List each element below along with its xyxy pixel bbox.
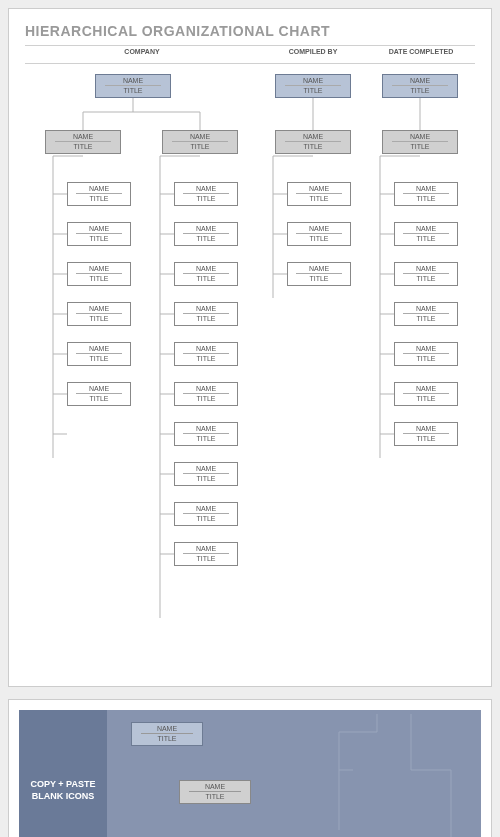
node-name: NAME xyxy=(296,265,342,274)
leaf-node: NAMETITLE xyxy=(394,422,458,446)
node-name: NAME xyxy=(183,505,229,514)
node-name: NAME xyxy=(392,133,448,142)
node-title: TITLE xyxy=(76,315,122,322)
leaf-node: NAMETITLE xyxy=(174,502,238,526)
node-title: TITLE xyxy=(183,395,229,402)
node-title: TITLE xyxy=(403,315,449,322)
leaf-node: NAMETITLE xyxy=(174,382,238,406)
node-name: NAME xyxy=(403,265,449,274)
node-title: TITLE xyxy=(296,195,342,202)
node-name: NAME xyxy=(141,725,194,734)
top-node-d: NAME TITLE xyxy=(382,74,458,98)
node-title: TITLE xyxy=(403,435,449,442)
node-title: TITLE xyxy=(296,275,342,282)
leaf-node: NAMETITLE xyxy=(174,422,238,446)
leaf-node: NAMETITLE xyxy=(174,542,238,566)
node-title: TITLE xyxy=(105,87,161,94)
decorative-connectors xyxy=(331,710,481,837)
node-title: TITLE xyxy=(141,735,194,742)
node-title: TITLE xyxy=(403,235,449,242)
node-name: NAME xyxy=(76,305,122,314)
header-date-completed: DATE COMPLETED xyxy=(367,48,475,55)
leaf-node: NAMETITLE xyxy=(174,182,238,206)
node-title: TITLE xyxy=(55,143,111,150)
node-title: TITLE xyxy=(183,235,229,242)
node-name: NAME xyxy=(76,265,122,274)
node-name: NAME xyxy=(392,77,448,86)
node-title: TITLE xyxy=(76,195,122,202)
node-name: NAME xyxy=(403,305,449,314)
node-title: TITLE xyxy=(285,87,341,94)
node-name: NAME xyxy=(172,133,228,142)
leaf-node: NAMETITLE xyxy=(394,382,458,406)
node-title: TITLE xyxy=(189,793,242,800)
header-company: COMPANY xyxy=(25,48,259,55)
node-name: NAME xyxy=(285,133,341,142)
template-shape-grey: NAME TITLE xyxy=(179,780,251,804)
node-title: TITLE xyxy=(403,195,449,202)
node-name: NAME xyxy=(403,345,449,354)
page-title: HIERARCHICAL ORGANIZATIONAL CHART xyxy=(25,23,475,39)
divider xyxy=(25,63,475,64)
leaf-node: NAMETITLE xyxy=(394,182,458,206)
leaf-node: NAMETITLE xyxy=(174,462,238,486)
leaf-node: NAMETITLE xyxy=(67,342,131,366)
node-name: NAME xyxy=(183,385,229,394)
node-name: NAME xyxy=(296,185,342,194)
top-node-c: NAME TITLE xyxy=(275,74,351,98)
node-title: TITLE xyxy=(392,87,448,94)
header-compiled-by: COMPILED BY xyxy=(259,48,367,55)
node-title: TITLE xyxy=(403,395,449,402)
mid-node-a: NAME TITLE xyxy=(45,130,121,154)
node-name: NAME xyxy=(183,305,229,314)
header-row: COMPANY COMPILED BY DATE COMPLETED xyxy=(25,48,475,55)
leaf-node: NAMETITLE xyxy=(67,382,131,406)
leaf-node: NAMETITLE xyxy=(394,262,458,286)
node-title: TITLE xyxy=(183,435,229,442)
leaf-node: NAMETITLE xyxy=(287,182,351,206)
node-name: NAME xyxy=(183,425,229,434)
leaf-node: NAMETITLE xyxy=(287,222,351,246)
mid-node-d: NAME TITLE xyxy=(382,130,458,154)
copy-paste-panel: COPY + PASTE BLANK ICONS NAME TITLE NAME… xyxy=(19,710,481,837)
node-name: NAME xyxy=(183,185,229,194)
node-title: TITLE xyxy=(285,143,341,150)
copy-paste-page: COPY + PASTE BLANK ICONS NAME TITLE NAME… xyxy=(8,699,492,837)
node-name: NAME xyxy=(403,385,449,394)
leaf-node: NAMETITLE xyxy=(394,222,458,246)
node-title: TITLE xyxy=(183,315,229,322)
node-name: NAME xyxy=(183,225,229,234)
top-node-a: NAME TITLE xyxy=(95,74,171,98)
template-shape-blue: NAME TITLE xyxy=(131,722,203,746)
leaf-node: NAMETITLE xyxy=(67,262,131,286)
node-name: NAME xyxy=(183,265,229,274)
node-name: NAME xyxy=(183,345,229,354)
node-title: TITLE xyxy=(76,235,122,242)
divider xyxy=(25,45,475,46)
node-name: NAME xyxy=(183,545,229,554)
mid-node-b: NAME TITLE xyxy=(162,130,238,154)
node-title: TITLE xyxy=(392,143,448,150)
leaf-node: NAMETITLE xyxy=(67,222,131,246)
leaf-node: NAMETITLE xyxy=(174,222,238,246)
node-name: NAME xyxy=(296,225,342,234)
node-title: TITLE xyxy=(183,195,229,202)
node-title: TITLE xyxy=(296,235,342,242)
leaf-node: NAMETITLE xyxy=(67,302,131,326)
node-name: NAME xyxy=(76,385,122,394)
node-title: TITLE xyxy=(403,355,449,362)
leaf-node: NAMETITLE xyxy=(174,302,238,326)
node-name: NAME xyxy=(76,345,122,354)
node-title: TITLE xyxy=(403,275,449,282)
copy-paste-label: COPY + PASTE BLANK ICONS xyxy=(19,710,107,837)
node-name: NAME xyxy=(76,185,122,194)
leaf-node: NAMETITLE xyxy=(394,302,458,326)
node-title: TITLE xyxy=(183,515,229,522)
node-title: TITLE xyxy=(183,275,229,282)
org-chart-canvas: NAME TITLE NAME TITLE NAME TITLE NAME TI… xyxy=(25,66,475,662)
leaf-node: NAMETITLE xyxy=(287,262,351,286)
org-chart-page: HIERARCHICAL ORGANIZATIONAL CHART COMPAN… xyxy=(8,8,492,687)
leaf-node: NAMETITLE xyxy=(67,182,131,206)
node-title: TITLE xyxy=(172,143,228,150)
mid-node-c: NAME TITLE xyxy=(275,130,351,154)
